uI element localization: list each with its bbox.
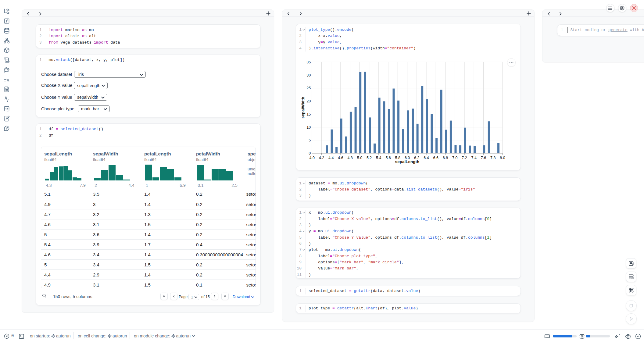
- svg-text:35: 35: [306, 60, 311, 64]
- svg-text:7.8: 7.8: [490, 156, 496, 160]
- svg-text:5: 5: [309, 138, 311, 142]
- svg-text:30: 30: [306, 73, 311, 77]
- svg-text:5.4: 5.4: [376, 156, 381, 160]
- svg-text:4.8: 4.8: [347, 156, 352, 160]
- svg-text:20: 20: [306, 99, 311, 103]
- svg-text:0: 0: [309, 151, 311, 155]
- svg-text:10: 10: [306, 125, 311, 130]
- svg-text:4.0: 4.0: [309, 156, 315, 160]
- svg-text:4.2: 4.2: [319, 156, 324, 160]
- svg-text:sepalLength: sepalLength: [395, 159, 420, 164]
- svg-text:6.6: 6.6: [433, 156, 438, 160]
- svg-text:5.0: 5.0: [357, 156, 362, 160]
- svg-text:7.6: 7.6: [481, 156, 486, 160]
- svg-text:4.4: 4.4: [328, 156, 334, 160]
- svg-text:7.4: 7.4: [471, 156, 477, 160]
- svg-text:5.6: 5.6: [385, 156, 391, 160]
- svg-text:7.2: 7.2: [462, 156, 467, 160]
- svg-text:6.8: 6.8: [443, 156, 448, 160]
- svg-text:4.6: 4.6: [338, 156, 343, 160]
- svg-text:sepalWidth: sepalWidth: [301, 97, 305, 119]
- svg-text:6.4: 6.4: [424, 156, 429, 160]
- svg-text:5.2: 5.2: [367, 156, 372, 160]
- svg-text:8.0: 8.0: [500, 156, 505, 160]
- svg-text:15: 15: [306, 112, 311, 116]
- svg-text:25: 25: [306, 86, 311, 90]
- svg-text:7.0: 7.0: [452, 156, 457, 160]
